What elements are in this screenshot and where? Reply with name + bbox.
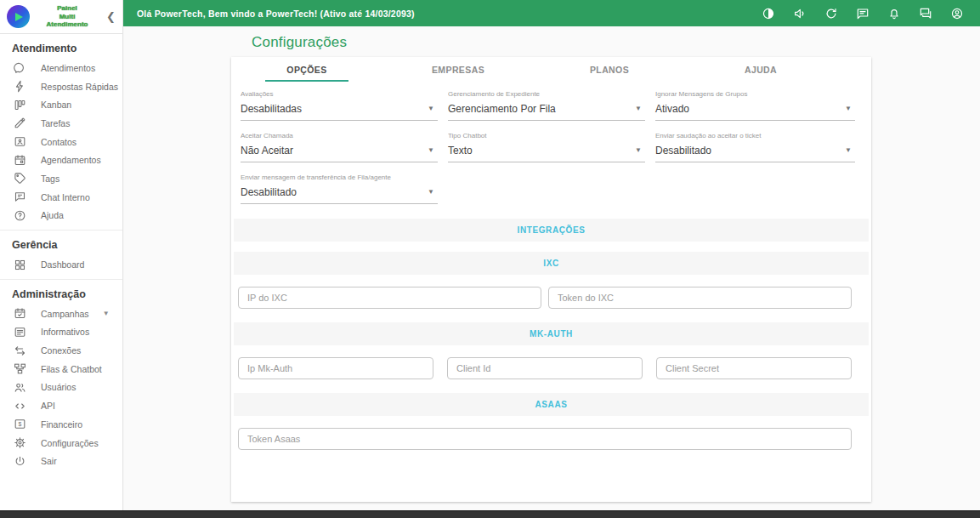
sidebar-item-api[interactable]: API — [0, 396, 122, 415]
select-mensagem-transferencia[interactable]: Enviar mensagem de transferência de Fila… — [241, 174, 438, 204]
select-gerenciamento-expediente[interactable]: Gerenciamento de Expediente Gerenciament… — [448, 90, 645, 121]
sidebar-item-contatos[interactable]: Contatos — [0, 133, 122, 151]
sidebar-item-atendimentos[interactable]: Atendimentos — [0, 59, 122, 77]
tab-opcoes[interactable]: OPÇÕES — [231, 57, 382, 82]
select-aceitar-chamada[interactable]: Aceitar Chamada Não Aceitar▼ — [241, 132, 438, 162]
dark-mode-icon[interactable] — [761, 6, 776, 21]
mkauth-client-id-input[interactable] — [447, 357, 643, 379]
sidebar-item-label: Chat Interno — [41, 192, 90, 202]
sidebar-item-agendamentos[interactable]: Agendamentos — [0, 151, 122, 169]
select-value: Desabilitado — [241, 186, 297, 198]
mkauth-client-secret-input[interactable] — [656, 357, 852, 379]
sidebar-item-sair[interactable]: Sair — [0, 452, 122, 470]
brand-header: Painel Multi Atendimento ❮ — [0, 0, 123, 34]
volume-icon[interactable] — [792, 6, 807, 21]
sidebar-item-chat-interno[interactable]: Chat Interno — [0, 188, 122, 207]
sidebar-item-campanhas[interactable]: Campanhas ▼ — [0, 305, 122, 323]
caret-down-icon: ▼ — [845, 146, 852, 154]
settings-card: OPÇÕES EMPRESAS PLANOS AJUDA Avaliações … — [231, 57, 871, 502]
chat-icon — [13, 191, 26, 203]
sidebar-item-label: Configurações — [41, 438, 99, 448]
sidebar-item-label: Tarefas — [41, 118, 70, 128]
sidebar-item-label: Contatos — [41, 137, 76, 147]
select-tipo-chatbot[interactable]: Tipo Chatbot Texto▼ — [448, 132, 645, 162]
sidebar-item-label: Conexões — [41, 345, 81, 356]
pencil-icon — [13, 117, 26, 129]
tab-empresas[interactable]: EMPRESAS — [382, 57, 534, 82]
chat-bubbles-icon[interactable] — [918, 6, 933, 21]
mkauth-ip-input[interactable] — [238, 357, 433, 379]
contacts-icon — [13, 135, 26, 148]
users-icon — [13, 381, 26, 394]
brand-line3: Atendimento — [30, 20, 105, 29]
caret-down-icon: ▼ — [635, 146, 642, 154]
sidebar-item-kanban[interactable]: Kanban — [0, 95, 122, 114]
tab-planos[interactable]: PLANOS — [534, 57, 685, 82]
select-avaliacoes[interactable]: Avaliações Desabilitadas▼ — [241, 90, 438, 121]
notifications-bell-icon[interactable] — [887, 6, 902, 21]
tab-ajuda[interactable]: AJUDA — [685, 57, 836, 82]
select-value: Gerenciamento Por Fila — [448, 103, 556, 115]
campaign-calendar-icon — [13, 307, 26, 320]
tabs-bar: OPÇÕES EMPRESAS PLANOS AJUDA — [231, 57, 871, 82]
page-title: Configurações — [252, 34, 347, 51]
sidebar-item-dashboard[interactable]: Dashboard — [0, 255, 122, 274]
topbar: Olá PowerTech, Bem vindo a PowerTech! (A… — [123, 0, 980, 26]
sidebar-section-atendimento: Atendimento — [0, 34, 122, 59]
sidebar-item-label: Kanban — [41, 100, 71, 110]
sidebar-item-financeiro[interactable]: $ Financeiro — [0, 415, 122, 434]
asaas-token-input[interactable] — [238, 428, 852, 450]
select-ignorar-mensagens-grupos[interactable]: Ignorar Mensagens de Grupos Ativado▼ — [655, 90, 855, 121]
tree-icon — [13, 362, 26, 375]
sidebar-item-respostas-rapidas[interactable]: Respostas Rápidas — [0, 77, 122, 96]
brand-line1: Painel — [30, 4, 105, 13]
ixc-token-input[interactable] — [548, 287, 852, 309]
collapse-sidebar-icon[interactable]: ❮ — [105, 10, 117, 23]
finance-icon: $ — [13, 418, 26, 430]
select-enviar-saudacao[interactable]: Enviar saudação ao aceitar o ticket Desa… — [655, 132, 855, 162]
sidebar-item-conexoes[interactable]: Conexões — [0, 341, 122, 360]
sidebar-item-label: Agendamentos — [41, 155, 101, 165]
select-value: Ativado — [655, 103, 689, 115]
sidebar-item-usuarios[interactable]: Usuários — [0, 379, 122, 397]
sidebar-item-label: Usuários — [41, 382, 76, 392]
sidebar-item-tags[interactable]: Tags — [0, 169, 122, 188]
sidebar-item-label: Respostas Rápidas — [41, 82, 118, 92]
brand-title: Painel Multi Atendimento — [30, 4, 105, 29]
caret-down-icon: ▼ — [635, 105, 642, 112]
calendar-icon — [13, 154, 26, 167]
dashboard-icon — [13, 259, 26, 271]
chevron-down-icon: ▼ — [103, 310, 110, 317]
welcome-message: Olá PowerTech, Bem vindo a PowerTech! (A… — [137, 9, 415, 19]
kanban-icon — [13, 99, 26, 111]
select-value: Desabilitadas — [241, 103, 302, 115]
select-label: Avaliações — [241, 90, 438, 98]
announcement-icon[interactable] — [855, 6, 870, 21]
swap-icon — [13, 344, 26, 357]
refresh-icon[interactable] — [824, 6, 839, 21]
brand-line2: Multi — [30, 13, 105, 21]
account-icon[interactable] — [949, 6, 965, 21]
select-label: Enviar mensagem de transferência de Fila… — [241, 174, 438, 181]
sidebar-item-configuracoes[interactable]: Configurações — [0, 434, 122, 453]
sidebar-item-label: Informativos — [41, 327, 89, 337]
sidebar-item-label: Tags — [41, 174, 59, 184]
select-label: Aceitar Chamada — [241, 132, 438, 139]
sidebar: Atendimento Atendimentos Respostas Rápid… — [0, 34, 123, 510]
bolt-icon — [13, 80, 26, 93]
news-icon — [13, 326, 26, 339]
select-label: Gerenciamento de Expediente — [448, 90, 645, 98]
topbar-icons — [761, 6, 965, 21]
ixc-ip-input[interactable] — [238, 287, 541, 309]
sidebar-item-filas-chatbot[interactable]: Filas & Chatbot — [0, 360, 122, 379]
svg-text:$: $ — [18, 421, 21, 427]
select-value: Texto — [448, 145, 473, 157]
section-header-ixc: IXC — [234, 252, 869, 275]
sidebar-item-ajuda[interactable]: Ajuda — [0, 207, 122, 225]
sidebar-item-informativos[interactable]: Informativos — [0, 323, 122, 342]
sidebar-item-label: Campanhas — [41, 309, 89, 319]
app-logo — [7, 5, 30, 28]
sidebar-item-tarefas[interactable]: Tarefas — [0, 114, 122, 133]
caret-down-icon: ▼ — [428, 105, 434, 112]
sidebar-item-label: Sair — [41, 456, 57, 466]
